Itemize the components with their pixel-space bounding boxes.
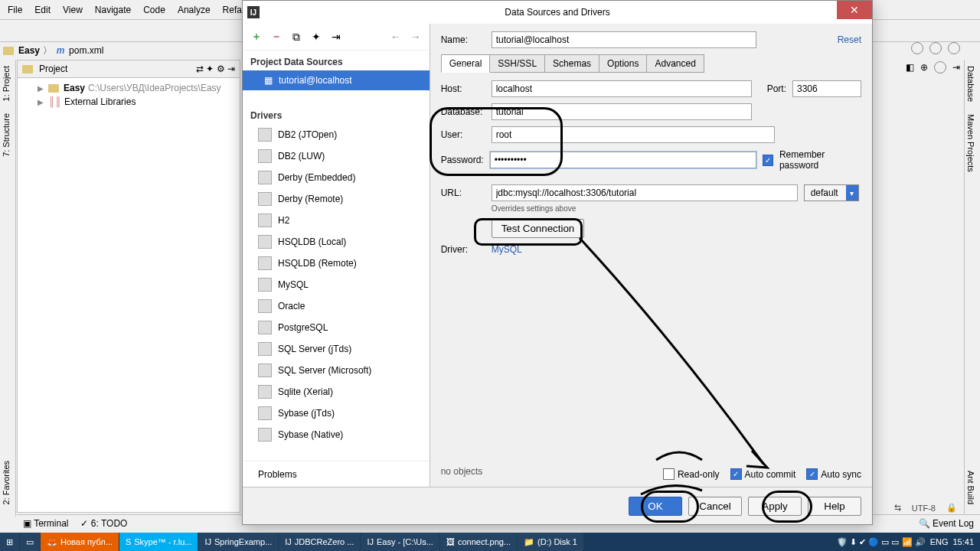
left-tab-project[interactable]: 1: Project xyxy=(0,60,12,107)
copy-icon[interactable]: ⧉ xyxy=(290,31,302,43)
problems-link[interactable]: Problems xyxy=(243,461,430,487)
taskbar-skype[interactable]: S Skype™ - r.lu... xyxy=(119,533,198,551)
driver-item[interactable]: Sqlite (Xerial) xyxy=(243,381,430,403)
driver-item[interactable]: SQL Server (jTds) xyxy=(243,338,430,360)
left-tab-structure[interactable]: 7: Structure xyxy=(0,107,12,163)
tab-advanced[interactable]: Advanced xyxy=(646,54,704,73)
test-connection-button[interactable]: Test Connection xyxy=(492,219,585,238)
remember-password-checkbox[interactable]: ✓ xyxy=(763,155,773,166)
remember-password-label: Remember password xyxy=(779,149,861,171)
readonly-checkbox[interactable] xyxy=(663,468,675,480)
section-datasources: Project Data Sources xyxy=(243,51,430,70)
windows-taskbar[interactable]: ⊞ ▭ 🦊 Новая публ... S Skype™ - r.lu... I… xyxy=(0,533,980,551)
menu-navigate[interactable]: Navigate xyxy=(90,3,136,17)
remove-icon[interactable]: － xyxy=(270,31,283,43)
reset-link[interactable]: Reset xyxy=(838,34,861,45)
tab-ssh[interactable]: SSH/SSL xyxy=(489,54,545,73)
add-icon[interactable]: ＋ xyxy=(250,31,263,43)
close-icon[interactable]: ✕ xyxy=(837,1,872,19)
menu-file[interactable]: File xyxy=(3,3,27,17)
password-input[interactable] xyxy=(490,152,756,168)
right-tab-database[interactable]: Database xyxy=(965,60,977,108)
taskbar-firefox[interactable]: 🦊 Новая публ... xyxy=(41,533,119,551)
driver-item[interactable]: SQL Server (Microsoft) xyxy=(243,360,430,381)
nav-fwd-icon[interactable]: → xyxy=(410,31,422,43)
breadcrumb-file[interactable]: pom.xml xyxy=(69,45,103,56)
import-icon[interactable]: ⇥ xyxy=(330,31,342,43)
tab-schemas[interactable]: Schemas xyxy=(544,54,599,73)
menu-code[interactable]: Code xyxy=(139,3,170,17)
datasource-item[interactable]: ▦ tutorial@localhost xyxy=(243,70,430,90)
left-toolbar: ＋ － ⧉ ✦ ⇥ ← → xyxy=(243,24,430,51)
autocommit-checkbox[interactable]: ✓ xyxy=(730,468,742,480)
taskbar-image[interactable]: 🖼 connect.png... xyxy=(440,533,517,551)
bottom-terminal[interactable]: ▣ Terminal xyxy=(23,518,68,529)
host-input[interactable] xyxy=(492,80,752,97)
driver-icon xyxy=(258,321,272,334)
maven-icon: m xyxy=(55,45,66,56)
driver-item[interactable]: HSQLDB (Local) xyxy=(243,231,430,253)
driver-item[interactable]: DB2 (JTOpen) xyxy=(243,124,430,145)
nav-back-icon[interactable]: ← xyxy=(390,31,402,43)
tray-lang[interactable]: ENG xyxy=(930,537,949,546)
help-button[interactable]: Help xyxy=(808,497,861,516)
left-tab-favorites[interactable]: 2: Favorites xyxy=(0,455,12,510)
url-label: URL: xyxy=(441,187,485,198)
apply-button[interactable]: Apply xyxy=(748,497,802,516)
taskbar-explorer[interactable]: 📁 (D:) Disk 1 xyxy=(518,533,583,551)
tree-root[interactable]: ▶ Easy C:\Users\УВД\IdeaProjects\Easy xyxy=(19,81,238,95)
driver-link[interactable]: MySQL xyxy=(492,244,522,255)
tab-general[interactable]: General xyxy=(441,54,491,73)
user-input[interactable] xyxy=(492,126,775,143)
gear-icon[interactable] xyxy=(948,42,960,54)
database-input[interactable] xyxy=(492,103,752,120)
start-button[interactable]: ⊞ xyxy=(0,533,19,551)
tree-ext-libs[interactable]: ▶ ║║ External Libraries xyxy=(19,95,238,109)
dialog-titlebar[interactable]: IJ Data Sources and Drivers ✕ xyxy=(243,1,872,24)
driver-item[interactable]: PostgreSQL xyxy=(243,317,430,338)
url-default-dropdown[interactable]: default▾ xyxy=(804,184,859,201)
taskbar-intellij[interactable]: IJ JDBCReZero ... xyxy=(279,533,360,551)
tool-icon[interactable]: ⊕ xyxy=(920,62,928,73)
bottom-event-log[interactable]: 🔍 Event Log xyxy=(919,518,974,529)
tool-icon[interactable]: ⇥ xyxy=(952,62,960,73)
driver-item[interactable]: Derby (Remote) xyxy=(243,188,430,210)
driver-item[interactable]: Derby (Embedded) xyxy=(243,167,430,188)
no-objects-label: no objects xyxy=(441,466,483,477)
driver-icon xyxy=(258,342,272,356)
db-icon: ▦ xyxy=(264,75,273,86)
driver-item[interactable]: Oracle xyxy=(243,295,430,317)
cancel-button[interactable]: Cancel xyxy=(688,497,742,516)
settings-icon[interactable]: ✦ xyxy=(310,31,322,43)
driver-item[interactable]: H2 xyxy=(243,210,430,231)
driver-item[interactable]: Sybase (jTds) xyxy=(243,403,430,424)
port-input[interactable] xyxy=(792,80,861,97)
driver-item[interactable]: MySQL xyxy=(243,274,430,295)
system-tray[interactable]: 🛡️ ⬇ ✔ 🔵 ▭ ▭ 📶 🔊 ENG 15:41 xyxy=(837,537,980,547)
right-tab-ant[interactable]: Ant Build xyxy=(965,465,977,510)
driver-icon xyxy=(258,192,272,206)
driver-item[interactable]: HSQLDB (Remote) xyxy=(243,253,430,274)
gear-icon[interactable] xyxy=(911,42,923,54)
url-input[interactable] xyxy=(492,184,798,201)
folder-icon xyxy=(48,84,59,93)
driver-item[interactable]: Sybase (Native) xyxy=(243,424,430,445)
tab-options[interactable]: Options xyxy=(599,54,647,73)
menu-analyze[interactable]: Analyze xyxy=(173,3,215,17)
menu-edit[interactable]: Edit xyxy=(30,3,55,17)
name-input[interactable] xyxy=(492,31,756,48)
gear-icon[interactable] xyxy=(929,42,942,54)
breadcrumb-project[interactable]: Easy xyxy=(18,45,40,56)
ok-button[interactable]: OK xyxy=(629,497,682,516)
tray-clock[interactable]: 15:41 xyxy=(952,537,974,546)
tool-icon[interactable]: ◧ xyxy=(906,62,914,73)
task-view-button[interactable]: ▭ xyxy=(20,533,40,551)
autosync-checkbox[interactable]: ✓ xyxy=(806,468,818,480)
menu-view[interactable]: View xyxy=(58,3,87,17)
bottom-todo[interactable]: ✓ 6: TODO xyxy=(80,518,127,529)
driver-item[interactable]: DB2 (LUW) xyxy=(243,145,430,167)
gear-icon[interactable] xyxy=(934,61,946,73)
taskbar-intellij[interactable]: IJ SpringExamp... xyxy=(198,533,278,551)
right-tab-maven[interactable]: Maven Projects xyxy=(965,108,977,178)
taskbar-intellij[interactable]: IJ Easy - [C:\Us... xyxy=(361,533,439,551)
